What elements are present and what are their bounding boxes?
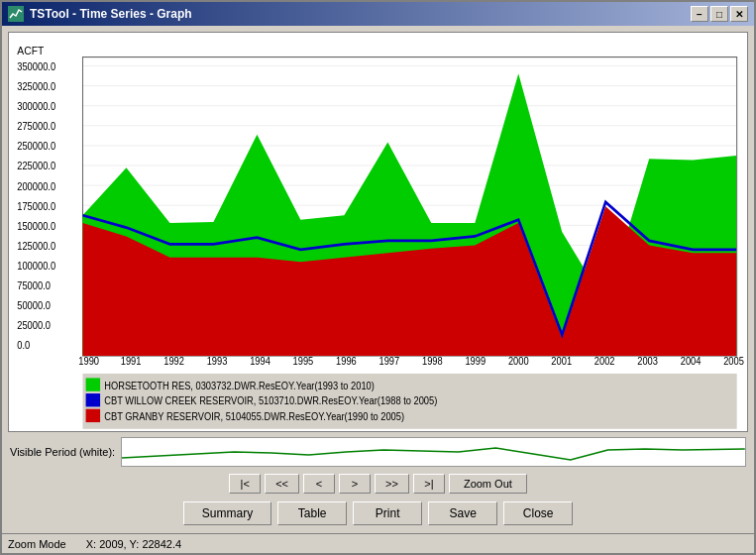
chart-container[interactable]: ACFT 350000.0 325000.0 300000.0 275000.0… [8,32,748,432]
status-bar: Zoom Mode X: 2009, Y: 22842.4 [2,533,754,553]
svg-text:2002: 2002 [594,356,615,367]
svg-rect-55 [86,393,100,406]
chart-svg: ACFT 350000.0 325000.0 300000.0 275000.0… [9,33,747,431]
minimize-button[interactable]: − [691,6,708,22]
zoom-out-button[interactable]: Zoom Out [449,474,527,494]
svg-text:100000.0: 100000.0 [17,261,55,272]
svg-text:1997: 1997 [379,356,400,367]
svg-text:HORSETOOTH RES, 0303732.DWR.Re: HORSETOOTH RES, 0303732.DWR.ResEOY.Year(… [104,380,375,390]
svg-text:125000.0: 125000.0 [17,241,55,252]
svg-text:225000.0: 225000.0 [17,161,55,171]
svg-rect-0 [8,6,24,22]
prev-button[interactable]: < [303,474,335,494]
svg-rect-57 [86,409,100,422]
svg-text:2000: 2000 [508,356,529,367]
app-icon [8,6,24,22]
svg-text:75000.0: 75000.0 [17,280,51,291]
svg-text:275000.0: 275000.0 [17,121,55,132]
svg-text:2005: 2005 [723,356,744,367]
svg-text:50000.0: 50000.0 [17,300,51,311]
svg-text:250000.0: 250000.0 [17,141,55,152]
prev-big-button[interactable]: << [265,474,299,494]
title-bar: TSTool - Time Series - Graph − □ ✕ [2,2,754,26]
svg-text:175000.0: 175000.0 [17,200,55,211]
svg-text:1998: 1998 [422,356,443,367]
action-row: Summary Table Print Save Close [8,500,748,527]
svg-rect-53 [86,378,100,390]
coordinates-display: X: 2009, Y: 22842.4 [86,538,181,550]
svg-text:2003: 2003 [637,356,658,367]
first-button[interactable]: |< [229,474,261,494]
svg-text:1994: 1994 [250,356,270,367]
main-content: ACFT 350000.0 325000.0 300000.0 275000.0… [2,26,754,533]
print-button[interactable]: Print [353,501,422,525]
title-bar-left: TSTool - Time Series - Graph [8,6,192,22]
svg-text:1991: 1991 [121,356,142,367]
close-window-button[interactable]: ✕ [730,6,748,22]
svg-text:350000.0: 350000.0 [17,61,55,72]
svg-text:25000.0: 25000.0 [17,320,51,331]
svg-text:200000.0: 200000.0 [17,180,55,191]
svg-text:150000.0: 150000.0 [17,220,55,231]
svg-text:1993: 1993 [207,356,228,367]
visible-period-label: Visible Period (white): [10,446,115,458]
table-button[interactable]: Table [277,501,347,525]
window-title: TSTool - Time Series - Graph [30,7,192,21]
svg-text:300000.0: 300000.0 [17,101,55,112]
maximize-button[interactable]: □ [710,6,728,22]
save-button[interactable]: Save [428,501,497,525]
svg-text:CBT GRANBY RESERVOIR, 5104055.: CBT GRANBY RESERVOIR, 5104055.DWR.ResEOY… [104,410,404,421]
svg-text:1995: 1995 [293,356,314,367]
close-button[interactable]: Close [503,501,573,525]
svg-text:325000.0: 325000.0 [17,81,55,92]
svg-text:0.0: 0.0 [17,340,30,351]
mini-chart[interactable] [121,437,746,467]
main-window: TSTool - Time Series - Graph − □ ✕ ACFT … [0,0,756,555]
svg-text:2001: 2001 [551,356,572,367]
svg-text:1999: 1999 [465,356,486,367]
svg-text:1996: 1996 [336,356,357,367]
svg-text:ACFT: ACFT [17,45,44,56]
next-big-button[interactable]: >> [375,474,409,494]
visible-period-row: Visible Period (white): [8,436,748,468]
next-button[interactable]: > [339,474,371,494]
svg-text:1992: 1992 [163,356,184,367]
svg-text:1990: 1990 [78,356,99,367]
last-button[interactable]: >| [413,474,445,494]
summary-button[interactable]: Summary [183,501,271,525]
navigation-row: |< << < > >> >| Zoom Out [8,472,748,496]
svg-text:CBT WILLOW CREEK RESERVOIR, 51: CBT WILLOW CREEK RESERVOIR, 5103710.DWR.… [104,395,437,406]
svg-text:2004: 2004 [681,356,702,367]
window-controls: − □ ✕ [691,6,748,22]
zoom-mode-label: Zoom Mode [8,538,66,550]
